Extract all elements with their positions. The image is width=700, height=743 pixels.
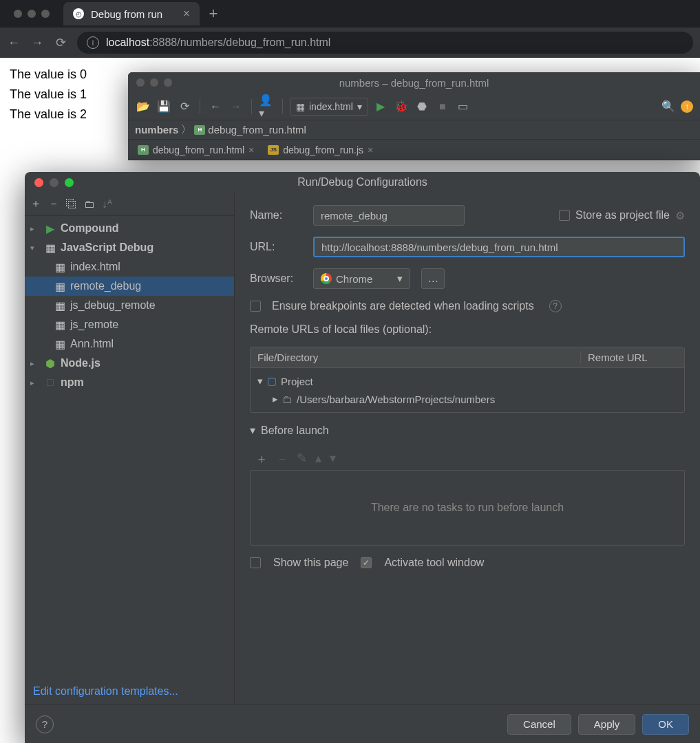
tree-item[interactable]: ▦ Ann.html: [25, 334, 234, 354]
traffic-min-icon[interactable]: [50, 178, 59, 187]
address-bar[interactable]: i localhost:8888/numbers/debug_from_run.…: [77, 32, 693, 54]
close-tab-icon[interactable]: ×: [248, 144, 254, 155]
traffic-max-icon[interactable]: [65, 178, 74, 187]
item-label: Ann.html: [70, 338, 114, 350]
ide-titlebar: numbers – debug_from_run.html: [128, 72, 700, 93]
tree-item[interactable]: ▦ js_remote: [25, 315, 234, 334]
before-launch-label: Before launch: [261, 424, 329, 437]
chevron-down-icon: ▾: [250, 424, 255, 437]
stop-icon[interactable]: ■: [434, 98, 451, 115]
tree-node-jsdebug[interactable]: ▾ ▦ JavaScript Debug: [25, 238, 234, 257]
activate-tw-checkbox[interactable]: ✓: [361, 557, 372, 568]
chevron-right-icon: ▸: [30, 224, 40, 233]
tree-node-compound[interactable]: ▸ ▶ Compound: [25, 219, 234, 238]
browser-label: Browser:: [250, 272, 302, 285]
run-icon[interactable]: ▶: [372, 98, 389, 115]
gear-icon[interactable]: ⚙: [675, 209, 685, 222]
node-label: Node.js: [61, 357, 100, 369]
tree-item-selected[interactable]: ▦ remote_debug: [25, 277, 234, 296]
folder-icon[interactable]: 🗀: [84, 198, 95, 211]
sort-icon[interactable]: ↓ᴬ: [102, 197, 112, 211]
browser-more-button[interactable]: …: [421, 268, 445, 289]
update-icon[interactable]: ↑: [681, 100, 693, 113]
coverage-icon[interactable]: ⬣: [414, 98, 430, 115]
search-icon[interactable]: 🔍: [660, 98, 677, 115]
close-tab-icon[interactable]: ×: [183, 8, 189, 20]
traffic-max-icon[interactable]: [41, 10, 50, 18]
store-label: Store as project file: [575, 209, 670, 222]
close-tab-icon[interactable]: ×: [368, 144, 373, 155]
remove-icon[interactable]: －: [276, 451, 288, 467]
tab-label: debug_from_run.js: [283, 144, 363, 155]
name-input[interactable]: [313, 205, 465, 226]
table-row[interactable]: ▾ ▢ Project: [257, 372, 677, 390]
sync-icon[interactable]: ⟳: [176, 98, 193, 115]
down-icon[interactable]: ▾: [330, 451, 336, 467]
traffic-max-icon[interactable]: [164, 78, 172, 87]
tree-item[interactable]: ▦ js_debug_remote: [25, 296, 234, 315]
run-debug-config-dialog: Run/Debug Configurations ＋ － ⿻ 🗀 ↓ᴬ ▸ ▶ …: [25, 172, 700, 743]
browser-tab[interactable]: ◴ Debug from run ×: [63, 2, 200, 25]
site-info-icon[interactable]: i: [87, 36, 99, 49]
editor-tab[interactable]: JS debug_from_run.js ×: [261, 140, 380, 160]
traffic-close-icon[interactable]: [136, 78, 145, 87]
screen-icon[interactable]: ▭: [455, 98, 471, 115]
add-icon[interactable]: ＋: [30, 197, 41, 211]
chevron-down-icon: ▾: [30, 244, 40, 252]
apply-button[interactable]: Apply: [578, 714, 636, 735]
jsdebug-icon: ▦: [44, 241, 56, 255]
chevron-right-icon: ▸: [273, 393, 278, 405]
ok-button[interactable]: OK: [642, 714, 689, 735]
before-launch-section[interactable]: ▾ Before launch: [250, 424, 685, 437]
compound-icon: ▶: [44, 222, 56, 235]
tree-item[interactable]: ▦ index.html: [25, 257, 234, 277]
favicon-icon: ◴: [73, 8, 84, 19]
cancel-button[interactable]: Cancel: [507, 714, 571, 735]
task-toolbar: ＋ － ✎ ▴ ▾: [250, 448, 685, 470]
traffic-close-icon[interactable]: [14, 10, 22, 18]
edit-templates-link[interactable]: Edit configuration templates...: [33, 685, 178, 697]
run-config-selector[interactable]: ▦ index.html ▾: [290, 98, 368, 116]
add-icon[interactable]: ＋: [255, 451, 268, 467]
chevron-right-icon: ▸: [30, 359, 40, 368]
tree-node-nodejs[interactable]: ▸ ⬢ Node.js: [25, 354, 234, 373]
tasks-empty: There are no tasks to run before launch: [250, 470, 685, 546]
config-icon: ▦: [54, 319, 66, 332]
tree-node-npm[interactable]: ▸ □ npm: [25, 373, 234, 392]
forward-icon[interactable]: →: [30, 36, 44, 50]
save-icon[interactable]: 💾: [156, 98, 172, 115]
no-tasks-label: There are no tasks to run before launch: [371, 502, 564, 514]
show-page-checkbox[interactable]: [250, 557, 261, 568]
debug-icon[interactable]: 🐞: [393, 98, 410, 115]
editor-tab[interactable]: H debug_from_run.html ×: [131, 140, 261, 160]
url-input[interactable]: [313, 237, 685, 257]
new-tab-button[interactable]: +: [209, 5, 218, 23]
edit-icon[interactable]: ✎: [297, 451, 307, 467]
browser-nav-bar: ← → ⟳ i localhost:8888/numbers/debug_fro…: [0, 28, 700, 58]
forward-icon[interactable]: →: [228, 98, 244, 115]
copy-icon[interactable]: ⿻: [66, 198, 77, 211]
table-row[interactable]: ▸ 🗀 /Users/barbara/WebstormProjects/numb…: [257, 390, 677, 408]
col-remote: Remote URL: [581, 352, 684, 363]
config-form: Name: Store as project file ⚙ URL: Brows…: [235, 193, 700, 704]
remove-icon[interactable]: －: [48, 197, 59, 211]
back-icon[interactable]: ←: [207, 98, 224, 115]
open-icon[interactable]: 📂: [135, 98, 151, 115]
help-icon[interactable]: ?: [549, 300, 562, 312]
up-icon[interactable]: ▴: [315, 451, 321, 467]
traffic-close-icon[interactable]: [34, 178, 43, 187]
browser-select[interactable]: Chrome ▾: [313, 268, 410, 289]
help-button[interactable]: ?: [36, 715, 54, 733]
chevron-down-icon: ▾: [257, 375, 263, 387]
breadcrumb-root[interactable]: numbers: [135, 124, 178, 136]
traffic-min-icon[interactable]: [150, 78, 158, 87]
breadcrumb-file[interactable]: debug_from_run.html: [208, 124, 306, 136]
html-file-icon: H: [194, 125, 205, 135]
ensure-bp-checkbox[interactable]: [250, 301, 261, 312]
store-checkbox[interactable]: [559, 210, 570, 221]
item-label: js_remote: [70, 319, 118, 331]
user-icon[interactable]: 👤▾: [259, 98, 275, 115]
traffic-min-icon[interactable]: [28, 10, 36, 18]
reload-icon[interactable]: ⟳: [54, 35, 67, 50]
back-icon[interactable]: ←: [7, 36, 21, 50]
